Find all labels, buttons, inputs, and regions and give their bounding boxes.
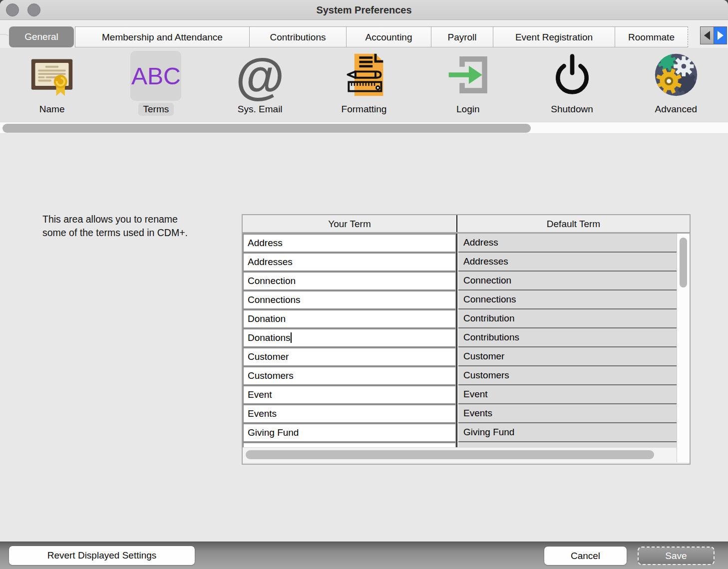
toolbar-item-formatting[interactable]: Formatting [312, 48, 416, 122]
table-horizontal-scrollbar-thumb[interactable] [246, 450, 654, 459]
preferences-toolbar: Name ABC Terms @ Sys. Email [0, 48, 728, 122]
toolbar-item-advanced[interactable]: Advanced [624, 48, 728, 122]
scroll-left-icon [704, 31, 710, 40]
terms-table-header: Your Term Default Term [243, 215, 690, 234]
document-format-icon [341, 52, 387, 100]
certificate-icon [29, 52, 75, 100]
power-icon [549, 52, 595, 100]
your-term-field[interactable]: Donation [243, 309, 456, 328]
tab-general[interactable]: General [9, 26, 74, 47]
title-bar: System Preferences [0, 0, 728, 20]
cancel-button[interactable]: Cancel [544, 547, 627, 565]
toolbar-label-terms: Terms [138, 103, 174, 116]
your-term-column: Address Addresses Connection Connections… [243, 234, 457, 461]
your-term-field[interactable]: Connections [243, 290, 456, 309]
your-term-field-editing[interactable]: Donations [243, 328, 456, 347]
abc-icon: ABC [131, 62, 181, 90]
toolbar-label-shutdown: Shutdown [546, 103, 598, 116]
default-term-cell: Events [458, 404, 677, 423]
toolbar-item-login[interactable]: Login [416, 48, 520, 122]
toolbar-scrollbar-track[interactable] [0, 122, 728, 134]
at-icon: @ [236, 51, 285, 101]
tab-payroll[interactable]: Payroll [431, 26, 493, 47]
default-term-cell: Connection [458, 272, 677, 290]
default-term-cell: Contributions [458, 328, 677, 347]
toolbar-item-name[interactable]: Name [0, 48, 104, 122]
table-vertical-scrollbar-track[interactable] [677, 234, 690, 462]
toolbar-item-terms[interactable]: ABC Terms [104, 48, 208, 122]
table-horizontal-scrollbar-track[interactable] [243, 447, 677, 462]
terms-description: This area allows you to rename some of t… [42, 213, 242, 239]
tab-membership-and-attendance[interactable]: Membership and Attendance [75, 26, 250, 47]
default-term-cell: Giving Fund [458, 423, 677, 442]
terms-table: Your Term Default Term Address Addresses… [242, 214, 691, 465]
your-term-field[interactable]: Customer [243, 347, 456, 366]
tab-event-registration[interactable]: Event Registration [493, 26, 615, 47]
header-default-term: Default Term [457, 215, 690, 232]
default-term-cell: Connections [458, 290, 677, 309]
default-term-cell: Contribution [458, 309, 677, 328]
default-term-cell: Customers [458, 366, 677, 385]
toolbar-label-advanced: Advanced [650, 103, 703, 116]
your-term-field[interactable]: Event [243, 385, 456, 404]
default-term-cell: Addresses [458, 253, 677, 272]
scroll-right-icon [718, 31, 724, 40]
your-term-field[interactable]: Customers [243, 366, 456, 385]
default-term-cell: Customer [458, 347, 677, 366]
toolbar-label-sys-email: Sys. Email [233, 103, 288, 116]
revert-displayed-settings-button[interactable]: Revert Displayed Settings [9, 546, 195, 565]
terms-table-body: Address Addresses Connection Connections… [243, 234, 690, 462]
header-your-term: Your Term [243, 215, 457, 232]
toolbar-label-name: Name [34, 103, 70, 116]
default-term-cell: Event [458, 385, 677, 404]
toolbar-item-shutdown[interactable]: Shutdown [520, 48, 624, 122]
window-title: System Preferences [0, 0, 728, 20]
toolbar-label-formatting: Formatting [337, 103, 392, 116]
toolbar-item-sys-email[interactable]: @ Sys. Email [208, 48, 312, 122]
your-term-field[interactable]: Addresses [243, 253, 456, 272]
save-button[interactable]: Save [638, 547, 715, 565]
gears-icon [653, 52, 699, 100]
toolbar-label-login: Login [451, 103, 485, 116]
default-term-cell: Address [458, 234, 677, 253]
default-term-column: Address Addresses Connection Connections… [458, 234, 677, 461]
your-term-field[interactable]: Events [243, 404, 456, 423]
tab-scroll-right-button[interactable] [714, 26, 727, 44]
text-cursor [291, 332, 292, 343]
your-term-field[interactable]: Giving Fund [243, 423, 456, 442]
tab-scroll-left-button[interactable] [700, 26, 714, 44]
tab-accounting[interactable]: Accounting [346, 26, 431, 47]
your-term-field[interactable]: Address [243, 234, 456, 253]
tab-bar: General Membership and Attendance Contri… [0, 20, 728, 48]
tab-contributions[interactable]: Contributions [249, 26, 347, 47]
login-arrow-icon [445, 52, 491, 100]
footer-bar: Revert Displayed Settings Cancel Save [0, 542, 728, 569]
system-preferences-window: System Preferences General Membership an… [0, 0, 728, 569]
toolbar-scrollbar-thumb[interactable] [2, 124, 531, 133]
general-terms-pane: This area allows you to rename some of t… [0, 135, 728, 542]
table-vertical-scrollbar-thumb[interactable] [680, 238, 687, 287]
tab-scroll-buttons [700, 26, 727, 44]
tab-roommate[interactable]: Roommate [615, 26, 688, 47]
your-term-field[interactable]: Connection [243, 272, 456, 290]
